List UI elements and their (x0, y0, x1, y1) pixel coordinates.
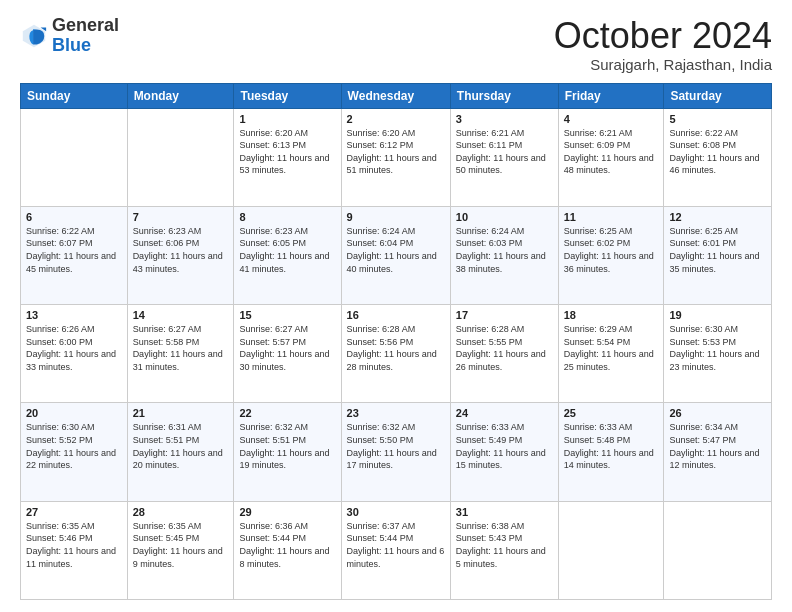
cell-info: Sunrise: 6:30 AM Sunset: 5:52 PM Dayligh… (26, 421, 122, 471)
cell-info: Sunrise: 6:36 AM Sunset: 5:44 PM Dayligh… (239, 520, 335, 570)
cell-date: 12 (669, 211, 766, 223)
cell-date: 24 (456, 407, 553, 419)
table-row: 3Sunrise: 6:21 AM Sunset: 6:11 PM Daylig… (450, 108, 558, 206)
table-row: 12Sunrise: 6:25 AM Sunset: 6:01 PM Dayli… (664, 206, 772, 304)
table-row: 14Sunrise: 6:27 AM Sunset: 5:58 PM Dayli… (127, 305, 234, 403)
table-row: 1Sunrise: 6:20 AM Sunset: 6:13 PM Daylig… (234, 108, 341, 206)
weekday-header-row: Sunday Monday Tuesday Wednesday Thursday… (21, 83, 772, 108)
cell-info: Sunrise: 6:22 AM Sunset: 6:08 PM Dayligh… (669, 127, 766, 177)
cell-date: 4 (564, 113, 659, 125)
cell-info: Sunrise: 6:21 AM Sunset: 6:09 PM Dayligh… (564, 127, 659, 177)
table-row: 29Sunrise: 6:36 AM Sunset: 5:44 PM Dayli… (234, 501, 341, 599)
logo-blue-text: Blue (52, 35, 91, 55)
cell-info: Sunrise: 6:32 AM Sunset: 5:50 PM Dayligh… (347, 421, 445, 471)
cell-info: Sunrise: 6:20 AM Sunset: 6:12 PM Dayligh… (347, 127, 445, 177)
cell-info: Sunrise: 6:37 AM Sunset: 5:44 PM Dayligh… (347, 520, 445, 570)
header-saturday: Saturday (664, 83, 772, 108)
page: General Blue October 2024 Surajgarh, Raj… (0, 0, 792, 612)
table-row: 28Sunrise: 6:35 AM Sunset: 5:45 PM Dayli… (127, 501, 234, 599)
cell-date: 27 (26, 506, 122, 518)
header-thursday: Thursday (450, 83, 558, 108)
cell-date: 15 (239, 309, 335, 321)
table-row: 8Sunrise: 6:23 AM Sunset: 6:05 PM Daylig… (234, 206, 341, 304)
table-row: 9Sunrise: 6:24 AM Sunset: 6:04 PM Daylig… (341, 206, 450, 304)
header: General Blue October 2024 Surajgarh, Raj… (20, 16, 772, 73)
cell-date: 28 (133, 506, 229, 518)
cell-date: 3 (456, 113, 553, 125)
month-title: October 2024 (554, 16, 772, 56)
calendar-week-row: 13Sunrise: 6:26 AM Sunset: 6:00 PM Dayli… (21, 305, 772, 403)
calendar-week-row: 1Sunrise: 6:20 AM Sunset: 6:13 PM Daylig… (21, 108, 772, 206)
header-monday: Monday (127, 83, 234, 108)
calendar-week-row: 27Sunrise: 6:35 AM Sunset: 5:46 PM Dayli… (21, 501, 772, 599)
cell-info: Sunrise: 6:35 AM Sunset: 5:45 PM Dayligh… (133, 520, 229, 570)
table-row: 27Sunrise: 6:35 AM Sunset: 5:46 PM Dayli… (21, 501, 128, 599)
table-row: 4Sunrise: 6:21 AM Sunset: 6:09 PM Daylig… (558, 108, 664, 206)
cell-date: 31 (456, 506, 553, 518)
logo-text: General Blue (52, 16, 119, 56)
cell-info: Sunrise: 6:27 AM Sunset: 5:57 PM Dayligh… (239, 323, 335, 373)
cell-date: 23 (347, 407, 445, 419)
cell-info: Sunrise: 6:25 AM Sunset: 6:02 PM Dayligh… (564, 225, 659, 275)
cell-date: 16 (347, 309, 445, 321)
table-row: 18Sunrise: 6:29 AM Sunset: 5:54 PM Dayli… (558, 305, 664, 403)
cell-date: 7 (133, 211, 229, 223)
cell-info: Sunrise: 6:32 AM Sunset: 5:51 PM Dayligh… (239, 421, 335, 471)
table-row: 30Sunrise: 6:37 AM Sunset: 5:44 PM Dayli… (341, 501, 450, 599)
cell-date: 30 (347, 506, 445, 518)
cell-info: Sunrise: 6:38 AM Sunset: 5:43 PM Dayligh… (456, 520, 553, 570)
cell-date: 5 (669, 113, 766, 125)
table-row: 19Sunrise: 6:30 AM Sunset: 5:53 PM Dayli… (664, 305, 772, 403)
header-sunday: Sunday (21, 83, 128, 108)
table-row: 17Sunrise: 6:28 AM Sunset: 5:55 PM Dayli… (450, 305, 558, 403)
cell-date: 29 (239, 506, 335, 518)
header-wednesday: Wednesday (341, 83, 450, 108)
cell-date: 2 (347, 113, 445, 125)
cell-date: 20 (26, 407, 122, 419)
cell-date: 25 (564, 407, 659, 419)
cell-date: 13 (26, 309, 122, 321)
table-row: 5Sunrise: 6:22 AM Sunset: 6:08 PM Daylig… (664, 108, 772, 206)
cell-date: 19 (669, 309, 766, 321)
table-row: 21Sunrise: 6:31 AM Sunset: 5:51 PM Dayli… (127, 403, 234, 501)
cell-date: 6 (26, 211, 122, 223)
cell-info: Sunrise: 6:24 AM Sunset: 6:04 PM Dayligh… (347, 225, 445, 275)
calendar-table: Sunday Monday Tuesday Wednesday Thursday… (20, 83, 772, 600)
table-row: 15Sunrise: 6:27 AM Sunset: 5:57 PM Dayli… (234, 305, 341, 403)
cell-date: 11 (564, 211, 659, 223)
table-row: 16Sunrise: 6:28 AM Sunset: 5:56 PM Dayli… (341, 305, 450, 403)
cell-info: Sunrise: 6:26 AM Sunset: 6:00 PM Dayligh… (26, 323, 122, 373)
cell-date: 10 (456, 211, 553, 223)
cell-date: 22 (239, 407, 335, 419)
calendar-week-row: 6Sunrise: 6:22 AM Sunset: 6:07 PM Daylig… (21, 206, 772, 304)
table-row: 7Sunrise: 6:23 AM Sunset: 6:06 PM Daylig… (127, 206, 234, 304)
cell-info: Sunrise: 6:34 AM Sunset: 5:47 PM Dayligh… (669, 421, 766, 471)
cell-info: Sunrise: 6:23 AM Sunset: 6:06 PM Dayligh… (133, 225, 229, 275)
cell-info: Sunrise: 6:28 AM Sunset: 5:55 PM Dayligh… (456, 323, 553, 373)
cell-date: 9 (347, 211, 445, 223)
cell-date: 21 (133, 407, 229, 419)
cell-info: Sunrise: 6:31 AM Sunset: 5:51 PM Dayligh… (133, 421, 229, 471)
logo-general-text: General (52, 15, 119, 35)
table-row: 10Sunrise: 6:24 AM Sunset: 6:03 PM Dayli… (450, 206, 558, 304)
cell-date: 1 (239, 113, 335, 125)
table-row (558, 501, 664, 599)
cell-info: Sunrise: 6:24 AM Sunset: 6:03 PM Dayligh… (456, 225, 553, 275)
table-row (127, 108, 234, 206)
cell-info: Sunrise: 6:23 AM Sunset: 6:05 PM Dayligh… (239, 225, 335, 275)
title-block: October 2024 Surajgarh, Rajasthan, India (554, 16, 772, 73)
table-row (664, 501, 772, 599)
calendar-body: 1Sunrise: 6:20 AM Sunset: 6:13 PM Daylig… (21, 108, 772, 599)
table-row: 24Sunrise: 6:33 AM Sunset: 5:49 PM Dayli… (450, 403, 558, 501)
cell-info: Sunrise: 6:22 AM Sunset: 6:07 PM Dayligh… (26, 225, 122, 275)
cell-date: 8 (239, 211, 335, 223)
location-subtitle: Surajgarh, Rajasthan, India (554, 56, 772, 73)
calendar-header: Sunday Monday Tuesday Wednesday Thursday… (21, 83, 772, 108)
cell-info: Sunrise: 6:25 AM Sunset: 6:01 PM Dayligh… (669, 225, 766, 275)
cell-date: 14 (133, 309, 229, 321)
logo-icon (20, 22, 48, 50)
cell-date: 17 (456, 309, 553, 321)
table-row: 23Sunrise: 6:32 AM Sunset: 5:50 PM Dayli… (341, 403, 450, 501)
table-row (21, 108, 128, 206)
table-row: 13Sunrise: 6:26 AM Sunset: 6:00 PM Dayli… (21, 305, 128, 403)
